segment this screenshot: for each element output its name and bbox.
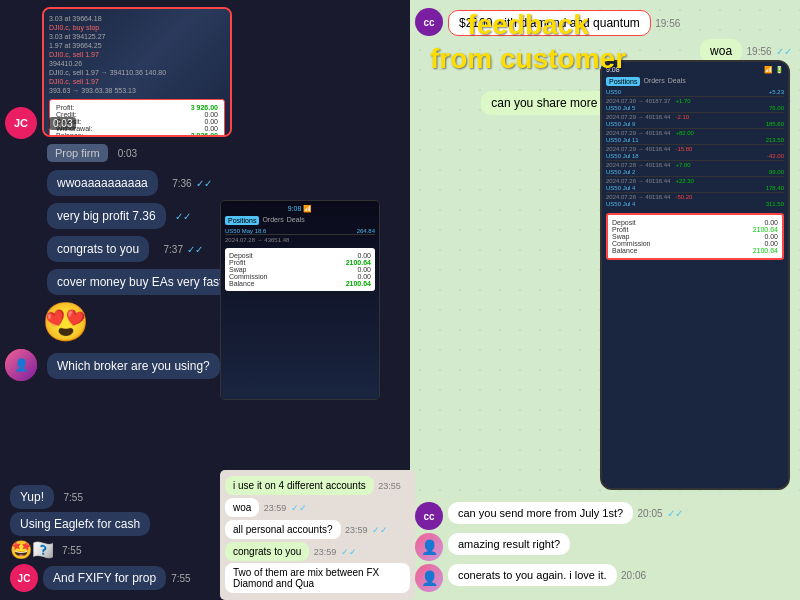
prop-firm-time: 0:03 (118, 148, 137, 159)
tab-orders[interactable]: Orders (262, 216, 283, 225)
trade-row-highlight: DJI0.c, sell 1.97 (49, 51, 225, 58)
tab-deals[interactable]: Deals (287, 216, 305, 225)
phone-stat-commission: Commission0.00 (612, 240, 778, 247)
profit-value: 3 926.00 (191, 104, 218, 111)
phone-trade-row11: 2024.07.26 → 40136.44 +22.30 (606, 178, 784, 184)
trade-row-highlight: DJI0.c, buy stop (49, 24, 225, 31)
stat-swap: Swap (229, 266, 247, 273)
msg-time: 7:36 (172, 178, 191, 189)
stat-deposit-val: 0.00 (357, 252, 371, 259)
phone-stat-profit: Profit2100.64 (612, 226, 778, 233)
phone-trade-header: US50+5.23 (606, 89, 784, 97)
phone-trade-row9: 2024.07.28 → 40136.44 +7.00 (606, 162, 784, 168)
tick-icon: ✓✓ (341, 547, 357, 557)
msg-time: 23:59 (314, 547, 337, 557)
phone-trade-row12: US50 Jul 4178.40 (606, 185, 784, 193)
stat-balance: Balance (229, 280, 254, 287)
phone-trade-row5: 2024.07.29 → 40136.44 +82.00 (606, 130, 784, 136)
avatar-cc2: cc (415, 502, 443, 530)
tab-positions[interactable]: Positions (225, 216, 259, 225)
trade-row: 3.03 at 394125.27 (49, 33, 225, 40)
phone-status-bar: 9:08 📶 🔋 (606, 66, 784, 74)
msg-time: 20:06 (621, 570, 646, 581)
msg-time: 19:56 (747, 46, 772, 57)
stat-deposit: Deposit (229, 252, 253, 259)
stat-balance-val: 2100.64 (346, 280, 371, 287)
msg-time: 7:55 (171, 573, 190, 584)
message-send-more: can you send more from July 1st? (448, 502, 633, 524)
message-eaglefx: Using Eaglefx for cash (10, 512, 150, 536)
message-amazing-result: amazing result right? (448, 533, 570, 555)
msg-time: 23:55 (378, 481, 401, 491)
message-which-broker: Which broker are you using? (47, 353, 220, 379)
trade-row: 394410.26 (49, 60, 225, 67)
avatar-jc3: JC (10, 564, 38, 592)
tick-icon: ✓✓ (196, 178, 212, 189)
right-chat-panel: cc $2100 with diamond and quantum 19:56 … (410, 0, 800, 600)
tick-icon: ✓✓ (291, 503, 307, 513)
video-thumbnail[interactable]: 3.03 at 39664.18 DJI0.c, buy stop 3.03 a… (42, 7, 232, 137)
bottom-right-messages: cc can you send more from July 1st? 20:0… (410, 497, 800, 600)
trade-row-highlight: DJI0.c, sell 1.97 (49, 78, 225, 85)
phone-trade-row3: 2024.07.29 → 40136.44 -2.10 (606, 114, 784, 120)
credit-value: 0.00 (204, 111, 218, 118)
message-fxify: And FXIFY for prop (43, 566, 166, 590)
message-very-big-profit: very big profit 7.36 (47, 203, 166, 229)
tick-icon: ✓✓ (667, 508, 683, 519)
middle-screenshot: 9:08 📶 Positions Orders Deals US50 May 1… (220, 200, 380, 400)
video-timer: 0:03 (49, 117, 76, 130)
stat-commission: Commission (229, 273, 268, 280)
stat-profit: Profit (229, 259, 245, 266)
trade-row: 3.03 at 39664.18 (49, 15, 225, 22)
msg-time: 20:05 (638, 508, 663, 519)
phone-trade-row1: 2024.07.30 → 40187.37 +1.70 (606, 98, 784, 104)
msg-time: 7:37 (164, 244, 183, 255)
msg-congrats2: congrats to you (225, 542, 309, 561)
tab-positions2[interactable]: Positions (606, 77, 640, 86)
phone-trade-row2: US50 Jul 576.00 (606, 105, 784, 113)
trade-row: DJI0.c, sell 1.97 → 394110.36 140.80 (49, 69, 225, 76)
trade-date: 2024.07.28 → 43651.48 (225, 237, 375, 243)
msg-time: 23:59 (264, 503, 287, 513)
trade-row: 393.63 → 393.63.38 553.13 (49, 87, 225, 94)
phone-trade-row13: 2024.07.26 → 40136.44 -50.20 (606, 194, 784, 200)
bottom-middle-chat: i use it on 4 different accounts 23:55 w… (220, 470, 415, 600)
balance-label: Balance: (56, 132, 83, 137)
avatar-user: 👤 (415, 533, 443, 561)
msg-time: 7:55 (62, 545, 81, 556)
avatar-jc: JC (5, 107, 37, 139)
phone-stat-swap: Swap0.00 (612, 233, 778, 240)
msg-time: 19:56 (655, 18, 680, 29)
phone-stat-deposit: Deposit0.00 (612, 219, 778, 226)
tab-deals2[interactable]: Deals (668, 77, 686, 86)
phone-signal: 📶 🔋 (764, 66, 784, 74)
title-line1: feedback (430, 8, 626, 42)
msg-time: 23:59 (345, 525, 368, 535)
message-congrats: congrats to you (47, 236, 149, 262)
avatar-user2: 👤 (415, 564, 443, 592)
deposit-value: 0.00 (204, 118, 218, 125)
phone-trade-row6: US50 Jul 11213.50 (606, 137, 784, 145)
phone-screenshot: 9:08 📶 🔋 Positions Orders Deals US50+5.2… (600, 60, 790, 490)
phone-trade-row14: US50 Jul 4311.50 (606, 201, 784, 208)
msg-4accounts: i use it on 4 different accounts (225, 476, 374, 495)
msg-woa: woa (225, 498, 259, 517)
phone-stat-balance: Balance2100.64 (612, 247, 778, 254)
stats-box: Deposit 0.00 Profit 2100.64 Swap 0.00 Co… (225, 248, 375, 291)
tick-icon: ✓✓ (776, 46, 792, 57)
emoji-flags: 🤩🇫🇽 (10, 539, 54, 561)
tick-icon: ✓✓ (372, 525, 388, 535)
title-line2: from customer (430, 42, 626, 76)
balance-value: 3 926.00 (191, 132, 218, 137)
stat-swap-val: 0.00 (357, 266, 371, 273)
page-title: feedback from customer (430, 8, 626, 75)
msg-two-mix: Two of them are mix between FX Diamond a… (225, 563, 410, 593)
prop-firm-label: Prop firm (47, 144, 108, 162)
message-conerats: conerats to you again. i love it. (448, 564, 617, 586)
tab-orders2[interactable]: Orders (643, 77, 664, 86)
trade-header-row: US50 May 18.6 264.84 (225, 228, 375, 235)
phone-trade-row7: 2024.07.29 → 40136.44 -15.80 (606, 146, 784, 152)
phone-trade-row10: US50 Jul 299.00 (606, 169, 784, 177)
tick-icon: ✓✓ (187, 244, 203, 255)
trade-row: 1.97 at 39664.25 (49, 42, 225, 49)
